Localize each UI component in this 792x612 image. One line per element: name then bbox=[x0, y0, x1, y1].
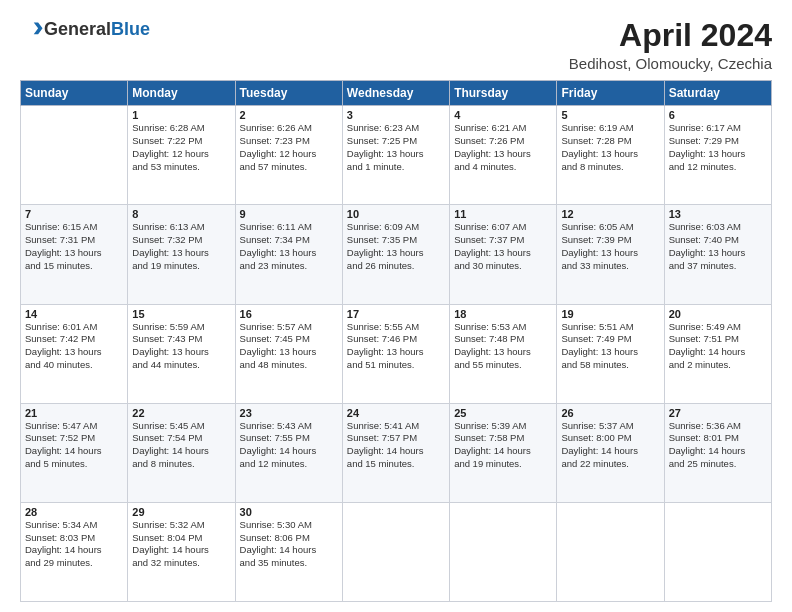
day-info: Sunrise: 5:43 AM Sunset: 7:55 PM Dayligh… bbox=[240, 420, 338, 471]
day-info: Sunrise: 5:32 AM Sunset: 8:04 PM Dayligh… bbox=[132, 519, 230, 570]
calendar-cell: 5Sunrise: 6:19 AM Sunset: 7:28 PM Daylig… bbox=[557, 106, 664, 205]
day-number: 11 bbox=[454, 208, 552, 220]
day-number: 4 bbox=[454, 109, 552, 121]
day-info: Sunrise: 6:07 AM Sunset: 7:37 PM Dayligh… bbox=[454, 221, 552, 272]
day-info: Sunrise: 5:39 AM Sunset: 7:58 PM Dayligh… bbox=[454, 420, 552, 471]
calendar-cell: 16Sunrise: 5:57 AM Sunset: 7:45 PM Dayli… bbox=[235, 304, 342, 403]
logo: GeneralBlue bbox=[20, 18, 150, 40]
day-number: 1 bbox=[132, 109, 230, 121]
day-header-wednesday: Wednesday bbox=[342, 81, 449, 106]
calendar-cell: 28Sunrise: 5:34 AM Sunset: 8:03 PM Dayli… bbox=[21, 502, 128, 601]
day-number: 10 bbox=[347, 208, 445, 220]
calendar-cell: 27Sunrise: 5:36 AM Sunset: 8:01 PM Dayli… bbox=[664, 403, 771, 502]
calendar-cell: 13Sunrise: 6:03 AM Sunset: 7:40 PM Dayli… bbox=[664, 205, 771, 304]
calendar-cell bbox=[21, 106, 128, 205]
calendar-cell: 8Sunrise: 6:13 AM Sunset: 7:32 PM Daylig… bbox=[128, 205, 235, 304]
day-number: 2 bbox=[240, 109, 338, 121]
calendar-week-3: 14Sunrise: 6:01 AM Sunset: 7:42 PM Dayli… bbox=[21, 304, 772, 403]
day-info: Sunrise: 5:41 AM Sunset: 7:57 PM Dayligh… bbox=[347, 420, 445, 471]
day-number: 3 bbox=[347, 109, 445, 121]
day-number: 23 bbox=[240, 407, 338, 419]
calendar-week-1: 1Sunrise: 6:28 AM Sunset: 7:22 PM Daylig… bbox=[21, 106, 772, 205]
day-header-thursday: Thursday bbox=[450, 81, 557, 106]
calendar-cell: 1Sunrise: 6:28 AM Sunset: 7:22 PM Daylig… bbox=[128, 106, 235, 205]
day-header-sunday: Sunday bbox=[21, 81, 128, 106]
day-number: 28 bbox=[25, 506, 123, 518]
calendar-cell: 12Sunrise: 6:05 AM Sunset: 7:39 PM Dayli… bbox=[557, 205, 664, 304]
location: Bedihost, Olomoucky, Czechia bbox=[569, 55, 772, 72]
day-info: Sunrise: 6:21 AM Sunset: 7:26 PM Dayligh… bbox=[454, 122, 552, 173]
day-info: Sunrise: 6:09 AM Sunset: 7:35 PM Dayligh… bbox=[347, 221, 445, 272]
calendar-week-4: 21Sunrise: 5:47 AM Sunset: 7:52 PM Dayli… bbox=[21, 403, 772, 502]
day-number: 5 bbox=[561, 109, 659, 121]
calendar-cell: 7Sunrise: 6:15 AM Sunset: 7:31 PM Daylig… bbox=[21, 205, 128, 304]
calendar-cell: 20Sunrise: 5:49 AM Sunset: 7:51 PM Dayli… bbox=[664, 304, 771, 403]
calendar-cell: 19Sunrise: 5:51 AM Sunset: 7:49 PM Dayli… bbox=[557, 304, 664, 403]
day-header-saturday: Saturday bbox=[664, 81, 771, 106]
day-number: 14 bbox=[25, 308, 123, 320]
title-block: April 2024 Bedihost, Olomoucky, Czechia bbox=[569, 18, 772, 72]
day-number: 7 bbox=[25, 208, 123, 220]
day-number: 20 bbox=[669, 308, 767, 320]
day-header-monday: Monday bbox=[128, 81, 235, 106]
day-info: Sunrise: 6:01 AM Sunset: 7:42 PM Dayligh… bbox=[25, 321, 123, 372]
calendar-cell: 30Sunrise: 5:30 AM Sunset: 8:06 PM Dayli… bbox=[235, 502, 342, 601]
day-info: Sunrise: 6:23 AM Sunset: 7:25 PM Dayligh… bbox=[347, 122, 445, 173]
day-info: Sunrise: 5:51 AM Sunset: 7:49 PM Dayligh… bbox=[561, 321, 659, 372]
day-info: Sunrise: 6:15 AM Sunset: 7:31 PM Dayligh… bbox=[25, 221, 123, 272]
header: GeneralBlue April 2024 Bedihost, Olomouc… bbox=[20, 18, 772, 72]
day-number: 24 bbox=[347, 407, 445, 419]
day-info: Sunrise: 6:13 AM Sunset: 7:32 PM Dayligh… bbox=[132, 221, 230, 272]
day-info: Sunrise: 5:53 AM Sunset: 7:48 PM Dayligh… bbox=[454, 321, 552, 372]
calendar-week-5: 28Sunrise: 5:34 AM Sunset: 8:03 PM Dayli… bbox=[21, 502, 772, 601]
calendar-cell: 3Sunrise: 6:23 AM Sunset: 7:25 PM Daylig… bbox=[342, 106, 449, 205]
calendar-cell: 18Sunrise: 5:53 AM Sunset: 7:48 PM Dayli… bbox=[450, 304, 557, 403]
day-info: Sunrise: 6:17 AM Sunset: 7:29 PM Dayligh… bbox=[669, 122, 767, 173]
calendar-header-row: SundayMondayTuesdayWednesdayThursdayFrid… bbox=[21, 81, 772, 106]
day-info: Sunrise: 5:47 AM Sunset: 7:52 PM Dayligh… bbox=[25, 420, 123, 471]
day-number: 18 bbox=[454, 308, 552, 320]
calendar-cell: 15Sunrise: 5:59 AM Sunset: 7:43 PM Dayli… bbox=[128, 304, 235, 403]
logo-blue-text: Blue bbox=[111, 19, 150, 40]
calendar-cell: 11Sunrise: 6:07 AM Sunset: 7:37 PM Dayli… bbox=[450, 205, 557, 304]
page: GeneralBlue April 2024 Bedihost, Olomouc… bbox=[0, 0, 792, 612]
day-number: 15 bbox=[132, 308, 230, 320]
logo-general-text: General bbox=[44, 19, 111, 40]
calendar-cell: 10Sunrise: 6:09 AM Sunset: 7:35 PM Dayli… bbox=[342, 205, 449, 304]
day-info: Sunrise: 5:57 AM Sunset: 7:45 PM Dayligh… bbox=[240, 321, 338, 372]
calendar-cell: 14Sunrise: 6:01 AM Sunset: 7:42 PM Dayli… bbox=[21, 304, 128, 403]
day-number: 25 bbox=[454, 407, 552, 419]
calendar-cell bbox=[557, 502, 664, 601]
calendar-cell: 24Sunrise: 5:41 AM Sunset: 7:57 PM Dayli… bbox=[342, 403, 449, 502]
day-number: 30 bbox=[240, 506, 338, 518]
day-number: 19 bbox=[561, 308, 659, 320]
calendar-cell: 29Sunrise: 5:32 AM Sunset: 8:04 PM Dayli… bbox=[128, 502, 235, 601]
calendar-cell bbox=[664, 502, 771, 601]
svg-marker-1 bbox=[34, 22, 43, 34]
calendar-cell: 22Sunrise: 5:45 AM Sunset: 7:54 PM Dayli… bbox=[128, 403, 235, 502]
day-info: Sunrise: 6:11 AM Sunset: 7:34 PM Dayligh… bbox=[240, 221, 338, 272]
day-number: 8 bbox=[132, 208, 230, 220]
day-header-tuesday: Tuesday bbox=[235, 81, 342, 106]
calendar-cell: 21Sunrise: 5:47 AM Sunset: 7:52 PM Dayli… bbox=[21, 403, 128, 502]
logo-icon bbox=[22, 18, 44, 40]
day-info: Sunrise: 6:28 AM Sunset: 7:22 PM Dayligh… bbox=[132, 122, 230, 173]
calendar-cell: 17Sunrise: 5:55 AM Sunset: 7:46 PM Dayli… bbox=[342, 304, 449, 403]
day-info: Sunrise: 5:49 AM Sunset: 7:51 PM Dayligh… bbox=[669, 321, 767, 372]
calendar-cell: 4Sunrise: 6:21 AM Sunset: 7:26 PM Daylig… bbox=[450, 106, 557, 205]
day-number: 9 bbox=[240, 208, 338, 220]
day-number: 13 bbox=[669, 208, 767, 220]
calendar-cell: 2Sunrise: 6:26 AM Sunset: 7:23 PM Daylig… bbox=[235, 106, 342, 205]
calendar-cell bbox=[450, 502, 557, 601]
calendar-cell: 23Sunrise: 5:43 AM Sunset: 7:55 PM Dayli… bbox=[235, 403, 342, 502]
day-info: Sunrise: 5:30 AM Sunset: 8:06 PM Dayligh… bbox=[240, 519, 338, 570]
calendar-cell: 9Sunrise: 6:11 AM Sunset: 7:34 PM Daylig… bbox=[235, 205, 342, 304]
calendar-cell: 25Sunrise: 5:39 AM Sunset: 7:58 PM Dayli… bbox=[450, 403, 557, 502]
day-info: Sunrise: 5:55 AM Sunset: 7:46 PM Dayligh… bbox=[347, 321, 445, 372]
day-number: 12 bbox=[561, 208, 659, 220]
day-number: 29 bbox=[132, 506, 230, 518]
day-number: 17 bbox=[347, 308, 445, 320]
day-info: Sunrise: 6:05 AM Sunset: 7:39 PM Dayligh… bbox=[561, 221, 659, 272]
day-info: Sunrise: 5:45 AM Sunset: 7:54 PM Dayligh… bbox=[132, 420, 230, 471]
calendar-body: 1Sunrise: 6:28 AM Sunset: 7:22 PM Daylig… bbox=[21, 106, 772, 602]
